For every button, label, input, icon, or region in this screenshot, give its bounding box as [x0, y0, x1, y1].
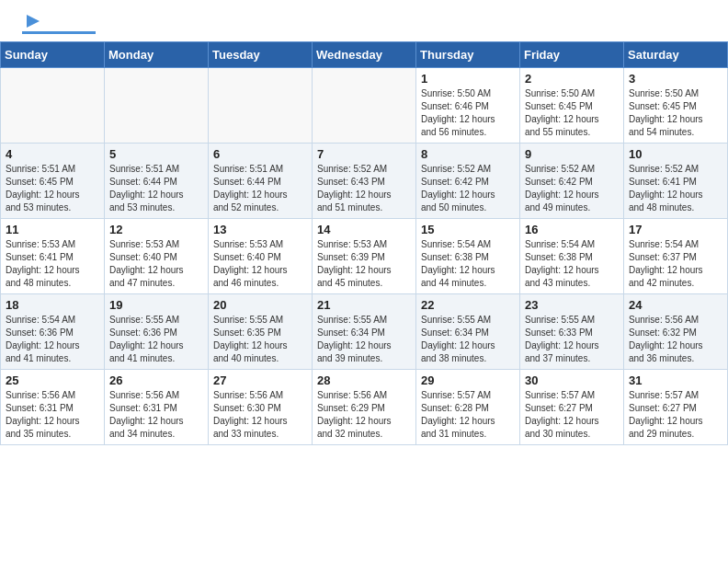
calendar-cell	[1, 68, 105, 144]
day-info: Sunrise: 5:54 AMSunset: 6:37 PMDaylight:…	[629, 238, 722, 290]
calendar-week-row: 4Sunrise: 5:51 AMSunset: 6:45 PMDaylight…	[1, 144, 728, 219]
day-number: 15	[421, 223, 515, 236]
day-info: Sunrise: 5:52 AMSunset: 6:42 PMDaylight:…	[421, 163, 515, 214]
day-info: Sunrise: 5:57 AMSunset: 6:27 PMDaylight:…	[525, 389, 619, 441]
calendar-cell: 13Sunrise: 5:53 AMSunset: 6:40 PMDayligh…	[209, 219, 313, 294]
calendar-cell: 16Sunrise: 5:54 AMSunset: 6:38 PMDayligh…	[520, 219, 624, 294]
calendar-cell	[105, 68, 209, 144]
day-number: 3	[629, 72, 722, 86]
day-number: 2	[525, 72, 619, 86]
calendar-cell: 5Sunrise: 5:51 AMSunset: 6:44 PMDaylight…	[105, 144, 209, 219]
calendar-cell: 22Sunrise: 5:55 AMSunset: 6:34 PMDayligh…	[416, 294, 520, 370]
day-info: Sunrise: 5:51 AMSunset: 6:44 PMDaylight:…	[213, 163, 307, 214]
day-info: Sunrise: 5:57 AMSunset: 6:28 PMDaylight:…	[421, 389, 515, 441]
day-number: 22	[421, 298, 515, 312]
svg-marker-0	[27, 15, 40, 28]
day-info: Sunrise: 5:53 AMSunset: 6:40 PMDaylight:…	[109, 238, 203, 290]
calendar-cell: 7Sunrise: 5:52 AMSunset: 6:43 PMDaylight…	[313, 144, 416, 219]
calendar-table: SundayMondayTuesdayWednesdayThursdayFrid…	[0, 41, 728, 445]
calendar-cell: 1Sunrise: 5:50 AMSunset: 6:46 PMDaylight…	[416, 68, 520, 144]
day-info: Sunrise: 5:56 AMSunset: 6:30 PMDaylight:…	[213, 389, 307, 441]
day-number: 31	[629, 373, 722, 387]
day-number: 19	[109, 298, 203, 312]
day-number: 16	[525, 223, 619, 236]
day-number: 30	[525, 373, 619, 387]
calendar-cell	[313, 68, 416, 144]
day-info: Sunrise: 5:53 AMSunset: 6:41 PMDaylight:…	[6, 238, 99, 290]
day-number: 8	[421, 147, 515, 161]
day-number: 13	[213, 223, 307, 236]
calendar-cell: 11Sunrise: 5:53 AMSunset: 6:41 PMDayligh…	[1, 219, 105, 294]
calendar-cell	[209, 68, 313, 144]
calendar-cell: 30Sunrise: 5:57 AMSunset: 6:27 PMDayligh…	[520, 370, 624, 445]
calendar-day-header: Sunday	[1, 42, 105, 68]
day-number: 14	[317, 223, 411, 236]
day-info: Sunrise: 5:50 AMSunset: 6:46 PMDaylight:…	[421, 87, 515, 139]
calendar-day-header: Friday	[520, 42, 624, 68]
calendar-cell: 20Sunrise: 5:55 AMSunset: 6:35 PMDayligh…	[209, 294, 313, 370]
day-info: Sunrise: 5:54 AMSunset: 6:38 PMDaylight:…	[525, 238, 619, 290]
day-info: Sunrise: 5:53 AMSunset: 6:39 PMDaylight:…	[317, 238, 411, 290]
day-info: Sunrise: 5:51 AMSunset: 6:44 PMDaylight:…	[109, 163, 203, 214]
day-number: 24	[629, 298, 722, 312]
day-number: 11	[6, 223, 99, 236]
day-info: Sunrise: 5:56 AMSunset: 6:31 PMDaylight:…	[6, 389, 99, 441]
calendar-cell: 8Sunrise: 5:52 AMSunset: 6:42 PMDaylight…	[416, 144, 520, 219]
calendar-week-row: 11Sunrise: 5:53 AMSunset: 6:41 PMDayligh…	[1, 219, 728, 294]
calendar-week-row: 18Sunrise: 5:54 AMSunset: 6:36 PMDayligh…	[1, 294, 728, 370]
calendar-cell: 25Sunrise: 5:56 AMSunset: 6:31 PMDayligh…	[1, 370, 105, 445]
day-info: Sunrise: 5:55 AMSunset: 6:34 PMDaylight:…	[421, 314, 515, 365]
calendar-cell: 14Sunrise: 5:53 AMSunset: 6:39 PMDayligh…	[313, 219, 416, 294]
calendar-cell: 2Sunrise: 5:50 AMSunset: 6:45 PMDaylight…	[520, 68, 624, 144]
calendar-cell: 19Sunrise: 5:55 AMSunset: 6:36 PMDayligh…	[105, 294, 209, 370]
day-number: 12	[109, 223, 203, 236]
day-number: 17	[629, 223, 722, 236]
calendar-day-header: Wednesday	[313, 42, 416, 68]
calendar-cell: 3Sunrise: 5:50 AMSunset: 6:45 PMDaylight…	[624, 68, 728, 144]
day-info: Sunrise: 5:55 AMSunset: 6:36 PMDaylight:…	[109, 314, 203, 365]
day-info: Sunrise: 5:57 AMSunset: 6:27 PMDaylight:…	[629, 389, 722, 441]
day-info: Sunrise: 5:56 AMSunset: 6:31 PMDaylight:…	[109, 389, 203, 441]
day-info: Sunrise: 5:54 AMSunset: 6:38 PMDaylight:…	[421, 238, 515, 290]
calendar-cell: 28Sunrise: 5:56 AMSunset: 6:29 PMDayligh…	[313, 370, 416, 445]
calendar-cell: 27Sunrise: 5:56 AMSunset: 6:30 PMDayligh…	[209, 370, 313, 445]
day-number: 29	[421, 373, 515, 387]
day-number: 18	[6, 298, 99, 312]
calendar-day-header: Thursday	[416, 42, 520, 68]
day-number: 23	[525, 298, 619, 312]
calendar-cell: 24Sunrise: 5:56 AMSunset: 6:32 PMDayligh…	[624, 294, 728, 370]
calendar-week-row: 25Sunrise: 5:56 AMSunset: 6:31 PMDayligh…	[1, 370, 728, 445]
day-info: Sunrise: 5:55 AMSunset: 6:35 PMDaylight:…	[213, 314, 307, 365]
calendar-week-row: 1Sunrise: 5:50 AMSunset: 6:46 PMDaylight…	[1, 68, 728, 144]
calendar-cell: 31Sunrise: 5:57 AMSunset: 6:27 PMDayligh…	[624, 370, 728, 445]
calendar-header-row: SundayMondayTuesdayWednesdayThursdayFrid…	[1, 42, 728, 68]
header	[0, 0, 728, 41]
day-number: 6	[213, 147, 307, 161]
day-info: Sunrise: 5:56 AMSunset: 6:29 PMDaylight:…	[317, 389, 411, 441]
day-number: 26	[109, 373, 203, 387]
day-number: 27	[213, 373, 307, 387]
day-info: Sunrise: 5:55 AMSunset: 6:34 PMDaylight:…	[317, 314, 411, 365]
logo-icon	[25, 13, 41, 29]
calendar-day-header: Saturday	[624, 42, 728, 68]
day-number: 9	[525, 147, 619, 161]
day-info: Sunrise: 5:54 AMSunset: 6:36 PMDaylight:…	[6, 314, 99, 365]
calendar-cell: 9Sunrise: 5:52 AMSunset: 6:42 PMDaylight…	[520, 144, 624, 219]
day-info: Sunrise: 5:52 AMSunset: 6:42 PMDaylight:…	[525, 163, 619, 214]
day-info: Sunrise: 5:53 AMSunset: 6:40 PMDaylight:…	[213, 238, 307, 290]
calendar-cell: 29Sunrise: 5:57 AMSunset: 6:28 PMDayligh…	[416, 370, 520, 445]
calendar-cell: 23Sunrise: 5:55 AMSunset: 6:33 PMDayligh…	[520, 294, 624, 370]
day-number: 21	[317, 298, 411, 312]
logo	[22, 17, 96, 34]
calendar-cell: 18Sunrise: 5:54 AMSunset: 6:36 PMDayligh…	[1, 294, 105, 370]
day-info: Sunrise: 5:52 AMSunset: 6:43 PMDaylight:…	[317, 163, 411, 214]
calendar-cell: 21Sunrise: 5:55 AMSunset: 6:34 PMDayligh…	[313, 294, 416, 370]
day-info: Sunrise: 5:50 AMSunset: 6:45 PMDaylight:…	[629, 87, 722, 139]
calendar-day-header: Tuesday	[209, 42, 313, 68]
day-info: Sunrise: 5:52 AMSunset: 6:41 PMDaylight:…	[629, 163, 722, 214]
calendar-day-header: Monday	[105, 42, 209, 68]
calendar-cell: 10Sunrise: 5:52 AMSunset: 6:41 PMDayligh…	[624, 144, 728, 219]
day-number: 20	[213, 298, 307, 312]
calendar-cell: 26Sunrise: 5:56 AMSunset: 6:31 PMDayligh…	[105, 370, 209, 445]
day-number: 7	[317, 147, 411, 161]
